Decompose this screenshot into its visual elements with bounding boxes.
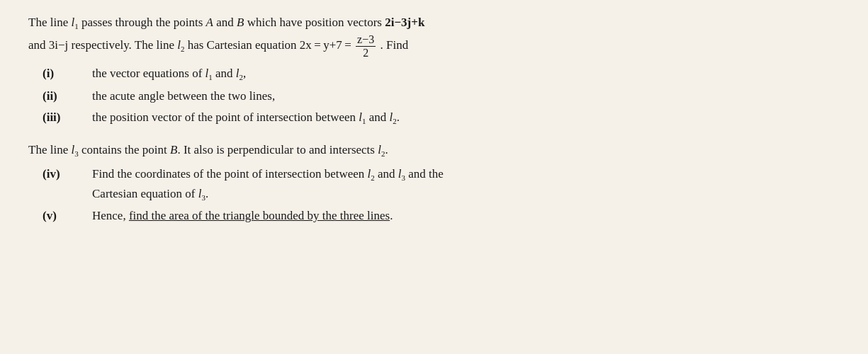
part-v-label: (v) (43, 207, 92, 225)
second-paragraph: The line l3 contains the point B. It als… (28, 140, 840, 161)
part-ii-content: the acute angle between the two lines, (92, 87, 840, 105)
parts-list-1: (i) the vector equations of l1 and l2, (… (43, 64, 840, 127)
part-iv: (iv) Find the coordinates of the point o… (43, 165, 840, 204)
fraction: z−3 2 (356, 33, 376, 59)
find-text: . Find (380, 38, 408, 52)
part-v-content: Hence, find the area of the triangle bou… (92, 207, 840, 225)
fraction-denominator: 2 (361, 47, 370, 59)
underlined-phrase: find the area of the triangle bounded by… (129, 209, 390, 222)
part-iii: (iii) the position vector of the point o… (43, 108, 840, 127)
part-iv-content: Find the coordinates of the point of int… (92, 165, 840, 204)
part-v: (v) Hence, find the area of the triangle… (43, 207, 840, 225)
part-iii-label: (iii) (43, 108, 92, 127)
part-i: (i) the vector equations of l1 and l2, (43, 64, 840, 84)
intro-line2-cont: has Cartesian equation (184, 38, 299, 52)
vector1-bold: 2i−3j+k (385, 16, 424, 29)
part-ii: (ii) the acute angle between the two lin… (43, 87, 840, 105)
parts-list-2: (iv) Find the coordinates of the point o… (43, 165, 840, 225)
and-text: and (213, 16, 237, 29)
part-iii-content: the position vector of the point of inte… (92, 108, 840, 127)
intro-line1-cont: passes through the points (79, 16, 206, 29)
intro-line1-cont2: which have position vectors (244, 16, 385, 29)
part-i-label: (i) (43, 64, 92, 83)
cartesian-eq: 2x = y+7 = (300, 38, 351, 52)
page-container: The line l1 passes through the points A … (0, 0, 868, 354)
problem-text: The line l1 passes through the points A … (28, 13, 840, 226)
point-B: B (237, 16, 244, 29)
intro-line2-prefix: and 3i−j respectively. The line (28, 38, 177, 52)
intro-line1-prefix: The line (28, 16, 71, 29)
part-ii-label: (ii) (43, 87, 92, 105)
part-iv-label: (iv) (43, 165, 92, 183)
part-i-content: the vector equations of l1 and l2, (92, 64, 840, 84)
fraction-numerator: z−3 (356, 33, 376, 47)
point-A: A (206, 16, 213, 29)
intro-paragraph: The line l1 passes through the points A … (28, 13, 840, 59)
